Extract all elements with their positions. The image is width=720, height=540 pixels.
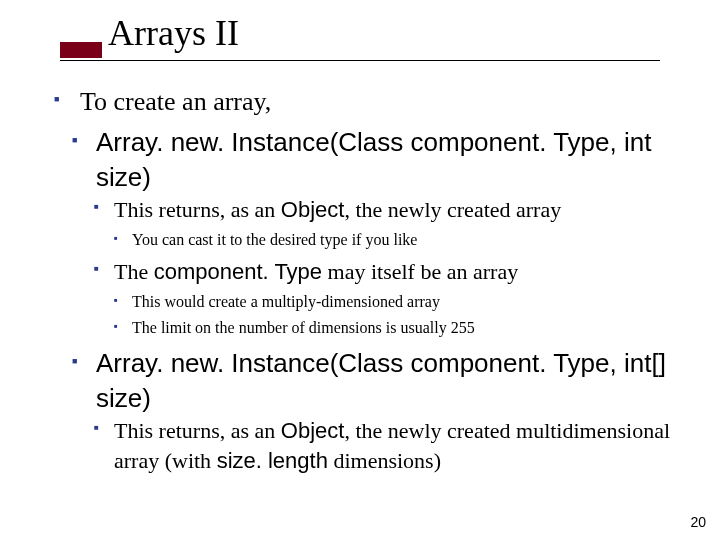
- bullet-text: , the newly created array: [344, 197, 561, 222]
- code-text: Array. new. Instance(Class component. Ty…: [96, 127, 651, 192]
- bullet-l2: Array. new. Instance(Class component. Ty…: [72, 346, 674, 416]
- bullet-text: This returns, as an: [114, 197, 281, 222]
- bullet-text: To create an array,: [80, 87, 271, 116]
- bullet-text: The limit on the number of dimensions is…: [132, 319, 475, 336]
- bullet-text: The: [114, 259, 154, 284]
- title-block: Arrays II: [60, 14, 239, 54]
- slide-title: Arrays II: [108, 14, 239, 54]
- bullet-text: dimensions): [328, 448, 441, 473]
- bullet-text: You can cast it to the desired type if y…: [132, 231, 417, 248]
- bullet-l2: Array. new. Instance(Class component. Ty…: [72, 125, 674, 195]
- bullet-text: This would create a multiply-dimensioned…: [132, 293, 440, 310]
- code-text: Object: [281, 197, 345, 222]
- code-text: Object: [281, 418, 345, 443]
- bullet-l3: This returns, as an Object, the newly cr…: [94, 416, 674, 475]
- bullet-l4: You can cast it to the desired type if y…: [114, 229, 674, 251]
- title-accent-box: [60, 42, 102, 58]
- bullet-l4: This would create a multiply-dimensioned…: [114, 291, 674, 313]
- code-text: size. length: [217, 448, 328, 473]
- code-text: component. Type: [154, 259, 322, 284]
- page-number: 20: [690, 514, 706, 530]
- bullet-text: may itself be an array: [322, 259, 518, 284]
- code-text: Array. new. Instance(Class component. Ty…: [96, 348, 666, 413]
- body-content: To create an array, Array. new. Instance…: [54, 84, 674, 475]
- bullet-l1: To create an array,: [54, 84, 674, 119]
- bullet-l3: The component. Type may itself be an arr…: [94, 257, 674, 287]
- slide: Arrays II To create an array, Array. new…: [0, 0, 720, 540]
- bullet-l4: The limit on the number of dimensions is…: [114, 317, 674, 339]
- bullet-text: This returns, as an: [114, 418, 281, 443]
- title-underline: [60, 60, 660, 61]
- bullet-l3: This returns, as an Object, the newly cr…: [94, 195, 674, 225]
